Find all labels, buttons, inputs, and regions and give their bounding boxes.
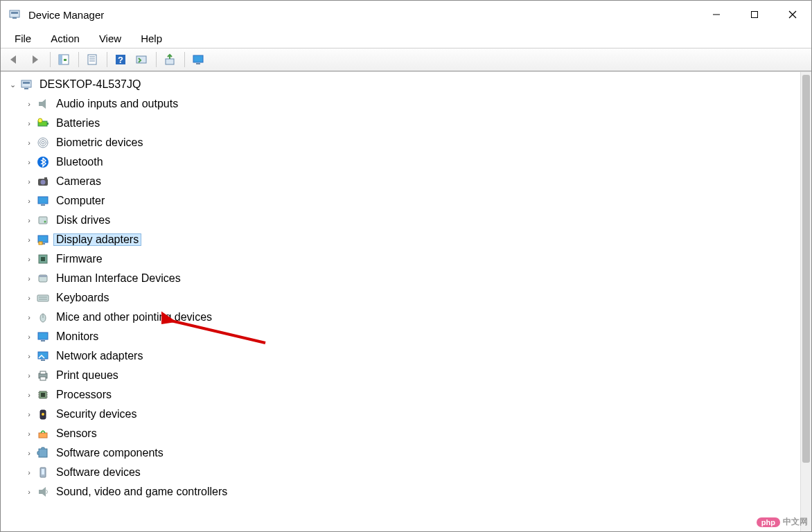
tree-item-label[interactable]: Audio inputs and outputs [53, 98, 181, 110]
chevron-right-icon[interactable]: › [23, 411, 35, 418]
chevron-right-icon[interactable]: › [23, 469, 35, 477]
chevron-right-icon[interactable]: › [23, 236, 35, 244]
chevron-right-icon[interactable]: › [23, 314, 35, 321]
chevron-right-icon[interactable]: › [23, 178, 35, 186]
toolbar-help-button[interactable]: ? [111, 50, 130, 69]
svg-rect-10 [88, 55, 96, 64]
tree-item-label[interactable]: Processors [53, 389, 114, 401]
menu-action[interactable]: Action [42, 31, 88, 46]
tree-item-mouse[interactable]: ›Mice and other pointing devices [6, 308, 800, 327]
toolbar-update-driver-button[interactable] [160, 50, 179, 69]
tree-item-label[interactable]: Mice and other pointing devices [53, 311, 215, 323]
tree-item-disk[interactable]: ›Disk drives [6, 211, 800, 230]
svg-rect-8 [59, 55, 62, 64]
tree-item-security[interactable]: ›Security devices [6, 405, 800, 424]
toolbar-properties-button[interactable] [82, 50, 102, 69]
tree-item-bluetooth[interactable]: ›Bluetooth [6, 152, 800, 172]
tree-item-label[interactable]: Human Interface Devices [53, 272, 184, 285]
tree-item-monitor[interactable]: ›Monitors [6, 327, 800, 346]
tree-item-label[interactable]: Cameras [53, 175, 104, 188]
svg-rect-22 [24, 88, 28, 89]
tree-item-printer[interactable]: ›Print queues [6, 366, 800, 385]
tree-item-label[interactable]: Sensors [53, 427, 100, 440]
titlebar: Device Manager [1, 1, 811, 28]
tree-item-software-dev[interactable]: ›Software devices [6, 463, 800, 482]
printer-icon [35, 369, 51, 382]
tree-item-label[interactable]: Monitors [53, 330, 101, 343]
tree-item-cpu[interactable]: ›Processors [6, 385, 800, 405]
svg-rect-42 [41, 257, 45, 261]
chevron-right-icon[interactable]: › [23, 391, 35, 399]
properties-icon [86, 53, 98, 66]
watermark-text: 中文网 [783, 516, 808, 528]
tree-item-label[interactable]: Print queues [53, 369, 121, 382]
window-title: Device Manager [28, 9, 697, 21]
chevron-right-icon[interactable]: › [23, 353, 35, 360]
chevron-right-icon[interactable]: › [23, 217, 35, 224]
toolbar-forward-button[interactable] [26, 50, 45, 69]
tree-item-display[interactable]: ›Display adapters [6, 230, 800, 249]
chevron-right-icon[interactable]: › [23, 450, 35, 457]
security-icon [35, 407, 51, 421]
toolbar: ? [1, 48, 811, 71]
vertical-scrollbar[interactable] [800, 72, 811, 531]
tree-item-label[interactable]: Software devices [53, 466, 143, 479]
chevron-right-icon[interactable]: › [23, 488, 35, 496]
toolbar-separator [50, 52, 51, 67]
toolbar-showhidden-button[interactable] [54, 50, 73, 69]
tree-item-network[interactable]: ›Network adapters [6, 346, 800, 366]
tree-item-label[interactable]: Computer [53, 195, 107, 207]
maximize-button[interactable] [735, 1, 773, 28]
tree-item-label[interactable]: Bluetooth [53, 156, 106, 168]
tree-item-sensor[interactable]: ›Sensors [6, 424, 800, 443]
app-icon [8, 8, 21, 21]
chevron-right-icon[interactable]: › [23, 139, 35, 147]
tree-item-computer[interactable]: ›Computer [6, 191, 800, 211]
tree-item-label[interactable]: Display adapters [53, 233, 141, 246]
chevron-right-icon[interactable]: › [23, 333, 35, 341]
tree-item-label[interactable]: Sound, video and game controllers [53, 486, 230, 498]
tree-item-label[interactable]: Firmware [53, 253, 105, 265]
software-comp-icon [35, 446, 51, 460]
chevron-right-icon[interactable]: › [23, 120, 35, 127]
chevron-down-icon[interactable]: ⌄ [6, 81, 19, 89]
scrollbar-thumb[interactable] [802, 75, 810, 463]
toolbar-scan-button[interactable] [132, 50, 151, 69]
tree-item-sound[interactable]: ›Sound, video and game controllers [6, 482, 800, 502]
tree-item-keyboard[interactable]: ›Keyboards [6, 288, 800, 308]
tree-item-label[interactable]: Biometric devices [53, 136, 145, 149]
tree-root-label[interactable]: DESKTOP-4L537JQ [37, 78, 143, 91]
chevron-right-icon[interactable]: › [23, 372, 35, 380]
tree-item-label[interactable]: Network adapters [53, 350, 145, 362]
chevron-right-icon[interactable]: › [23, 100, 35, 108]
tree-item-camera[interactable]: ›Cameras [6, 172, 800, 191]
tree-root-row[interactable]: ⌄ DESKTOP-4L537JQ [6, 75, 800, 94]
tree-item-software-comp[interactable]: ›Software components [6, 443, 800, 463]
svg-rect-17 [166, 59, 174, 64]
tree-item-label[interactable]: Batteries [53, 117, 103, 130]
chevron-right-icon[interactable]: › [23, 294, 35, 302]
chevron-right-icon[interactable]: › [23, 197, 35, 205]
tree-item-label[interactable]: Software components [53, 447, 166, 459]
tree-item-hid[interactable]: ›Human Interface Devices [6, 269, 800, 288]
chevron-right-icon[interactable]: › [23, 256, 35, 263]
tree-item-speaker[interactable]: ›Audio inputs and outputs [6, 94, 800, 114]
toolbar-back-button[interactable] [5, 50, 24, 69]
menu-view[interactable]: View [91, 31, 130, 46]
chevron-right-icon[interactable]: › [23, 430, 35, 438]
svg-rect-58 [41, 393, 45, 397]
toolbar-remote-button[interactable] [188, 50, 208, 69]
tree-item-label[interactable]: Security devices [53, 408, 140, 420]
menu-help[interactable]: Help [132, 31, 170, 46]
close-button[interactable] [773, 1, 811, 28]
device-tree[interactable]: ⌄ DESKTOP-4L537JQ ›Audio inputs and outp… [1, 72, 800, 531]
tree-item-label[interactable]: Disk drives [53, 214, 113, 227]
tree-item-label[interactable]: Keyboards [53, 292, 112, 304]
minimize-button[interactable] [697, 1, 735, 28]
chevron-right-icon[interactable]: › [23, 159, 35, 166]
tree-item-firmware[interactable]: ›Firmware [6, 249, 800, 269]
tree-item-fingerprint[interactable]: ›Biometric devices [6, 133, 800, 152]
chevron-right-icon[interactable]: › [23, 275, 35, 283]
tree-item-battery[interactable]: ›Batteries [6, 114, 800, 133]
menu-file[interactable]: File [6, 31, 39, 46]
